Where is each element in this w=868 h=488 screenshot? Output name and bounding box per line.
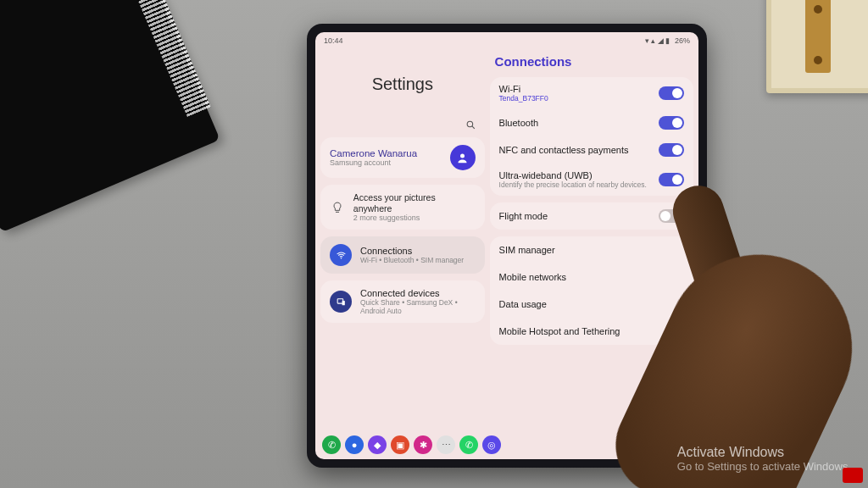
svg-rect-6 [342,301,344,305]
svg-point-4 [340,258,342,259]
row-title: Wi-Fi [499,84,654,94]
row-mobile-networks[interactable]: Mobile networks [490,263,693,291]
row-data-usage[interactable]: Data usage [490,291,693,318]
svg-line-1 [472,126,475,129]
svg-point-0 [467,121,473,127]
app-settings-icon[interactable]: ◎ [482,435,501,454]
svg-point-2 [460,153,465,158]
wifi-toggle[interactable] [659,86,684,100]
devices-icon [330,291,352,313]
watermark-sub: Go to Settings to activate Windows. [677,460,851,473]
status-bar: 10:44 ▾ ▴ ◢ ▮ 26% [315,32,698,49]
dock: ✆ ● ◆ ▣ ✱ ⋯ ✆ ◎ [322,435,501,454]
app-whatsapp-icon[interactable]: ✆ [459,435,478,454]
app-news-icon[interactable]: ▣ [391,435,409,454]
suggestion-sub: 2 more suggestions [353,214,476,222]
row-uwb[interactable]: Ultra-wideband (UWB) Identify the precis… [490,164,693,196]
app-browser-icon[interactable]: ◆ [368,435,387,454]
clock: 10:44 [324,36,343,45]
row-sub: Identify the precise location of nearby … [499,180,654,189]
app-messages-icon[interactable]: ● [345,435,364,454]
app-drawer-icon[interactable]: ⋯ [437,435,455,454]
lightbulb-icon [330,201,345,214]
account-card[interactable]: Camerone Wanarua Samsung account [320,137,485,178]
row-wifi[interactable]: Wi-Fi Tenda_B73FF0 [490,77,693,109]
desk-surface: Galaxy Z Fold6 10:44 ▾ ▴ ◢ ▮ 26% Setting… [0,0,868,488]
sidebar-item-connections[interactable]: Connections Wi-Fi • Bluetooth • SIM mana… [320,236,485,274]
settings-master-pane: Settings Camerone Wanarua Samsung accoun… [320,49,485,427]
nfc-toggle[interactable] [659,143,684,157]
uwb-toggle[interactable] [659,173,684,186]
row-sim-manager[interactable]: SIM manager [490,236,693,263]
sidebar-item-label: Connected devices [360,288,476,298]
row-title: Flight mode [499,211,654,221]
row-bluetooth[interactable]: Bluetooth [490,109,693,136]
page-title: Settings [320,75,485,94]
wood-block [766,0,868,93]
row-title: Mobile Hotspot and Tethering [499,326,679,336]
sidebar-item-sub: Wi-Fi • Bluetooth • SIM manager [360,256,464,264]
product-box: Galaxy Z Fold6 [0,0,220,232]
app-phone-icon[interactable]: ✆ [322,435,341,454]
row-nfc[interactable]: NFC and contactless payments [490,136,693,164]
search-icon[interactable] [465,119,476,132]
suggestion-card[interactable]: Access your pictures anywhere 2 more sug… [320,185,485,230]
row-title: SIM manager [499,245,679,255]
youtube-badge-icon [843,468,863,483]
connections-group-wireless: Wi-Fi Tenda_B73FF0 Bluetooth NFC and con… [490,77,693,196]
connections-group-flight: Flight mode [490,202,693,230]
barcode-icon [121,0,211,117]
connections-group-mobile: SIM manager Mobile networks Data usage M… [490,236,693,345]
row-flight-mode[interactable]: Flight mode [490,202,693,230]
bluetooth-toggle[interactable] [659,116,684,130]
avatar [450,145,476,170]
status-icons: ▾ ▴ ◢ ▮ 26% [643,36,690,45]
row-title: Data usage [499,299,679,309]
row-title: NFC and contactless payments [499,145,654,155]
row-title: Mobile networks [499,272,679,282]
app-gallery-icon[interactable]: ✱ [414,435,432,454]
row-sub: Tenda_B73FF0 [499,94,654,103]
signal-icon: ▾ ▴ ◢ ▮ [645,36,670,45]
sidebar-item-connected-devices[interactable]: Connected devices Quick Share • Samsung … [320,280,485,323]
battery-text: 26% [675,36,690,45]
row-title: Ultra-wideband (UWB) [499,170,654,180]
sidebar-item-label: Connections [360,246,464,256]
account-sub: Samsung account [330,158,417,167]
account-name: Camerone Wanarua [330,148,417,158]
watermark-title: Activate Windows [677,445,851,460]
row-title: Bluetooth [499,118,654,128]
activate-windows-watermark: Activate Windows Go to Settings to activ… [677,445,851,473]
sidebar-item-sub: Quick Share • Samsung DeX • Android Auto [360,298,476,315]
detail-title: Connections [490,49,693,77]
wifi-icon [330,244,352,266]
suggestion-title: Access your pictures anywhere [353,192,476,214]
hinge-icon [805,0,831,73]
